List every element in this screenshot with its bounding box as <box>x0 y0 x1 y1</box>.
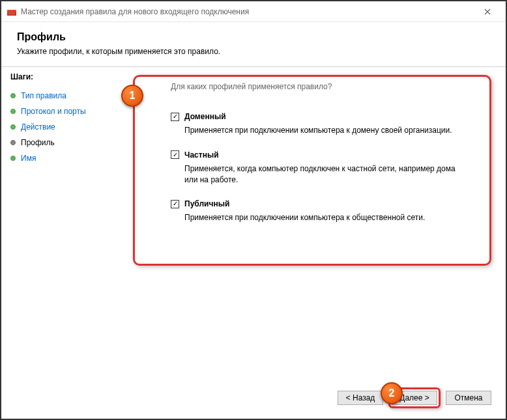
close-icon <box>484 8 491 15</box>
bullet-icon <box>10 156 16 161</box>
step-label: Профиль <box>21 138 55 147</box>
svg-rect-3 <box>14 10 16 12</box>
close-button[interactable] <box>474 3 500 21</box>
profile-desc: Применяется при подключении компьютера к… <box>184 212 458 223</box>
bullet-icon <box>10 124 16 130</box>
window-title: Мастер создания правила для нового входя… <box>21 7 474 16</box>
svg-rect-5 <box>12 12 14 14</box>
step-profile[interactable]: Профиль <box>10 135 116 150</box>
firewall-icon <box>7 7 17 17</box>
bullet-icon <box>10 109 16 114</box>
profiles-question: Для каких профилей применяется правило? <box>171 82 470 91</box>
wizard-window: Мастер создания правила для нового входя… <box>1 1 506 419</box>
step-name[interactable]: Имя <box>10 150 116 166</box>
profile-domain: ✓ Доменный Применяется при подключении к… <box>171 112 470 136</box>
checkbox-public[interactable]: ✓ <box>171 200 179 208</box>
profile-desc: Применяется при подключении компьютера к… <box>184 125 458 136</box>
bullet-icon <box>10 93 16 98</box>
header: Профиль Укажите профили, к которым приме… <box>1 22 506 63</box>
steps-label: Шаги: <box>10 72 116 81</box>
page-title: Профиль <box>17 31 490 43</box>
highlight-annotation-1: Для каких профилей применяется правило? … <box>133 75 491 266</box>
back-button[interactable]: < Назад <box>338 391 383 405</box>
checkbox-label: Публичный <box>184 199 229 208</box>
checkbox-label: Частный <box>184 150 219 160</box>
titlebar: Мастер создания правила для нового входя… <box>1 1 506 22</box>
svg-rect-1 <box>7 10 10 12</box>
checkbox-private[interactable]: ✓ <box>171 150 179 159</box>
step-label: Тип правила <box>21 91 66 100</box>
annotation-badge-1: 1 <box>121 85 143 107</box>
content-panel: Для каких профилей применяется правило? … <box>125 67 506 381</box>
steps-sidebar: Шаги: Тип правила Протокол и порты Дейст… <box>1 67 125 381</box>
profile-desc: Применяется, когда компьютер подключен к… <box>184 163 458 186</box>
annotation-badge-2: 2 <box>381 382 403 404</box>
checkbox-domain[interactable]: ✓ <box>171 113 179 121</box>
step-label: Имя <box>21 154 36 163</box>
bullet-icon <box>10 140 16 145</box>
svg-rect-4 <box>8 12 11 14</box>
footer: < Назад Далее > Отмена <box>1 381 506 419</box>
checkbox-label: Доменный <box>184 112 226 121</box>
page-subtitle: Укажите профили, к которым применяется э… <box>17 47 490 56</box>
profile-public: ✓ Публичный Применяется при подключении … <box>171 199 470 223</box>
profile-private: ✓ Частный Применяется, когда компьютер п… <box>171 150 470 186</box>
step-label: Действие <box>21 122 55 132</box>
step-rule-type[interactable]: Тип правила <box>10 88 116 104</box>
step-label: Протокол и порты <box>21 107 86 116</box>
cancel-button[interactable]: Отмена <box>446 391 491 405</box>
svg-rect-2 <box>10 10 13 12</box>
step-action[interactable]: Действие <box>10 119 116 135</box>
step-protocol-ports[interactable]: Протокол и порты <box>10 104 116 119</box>
